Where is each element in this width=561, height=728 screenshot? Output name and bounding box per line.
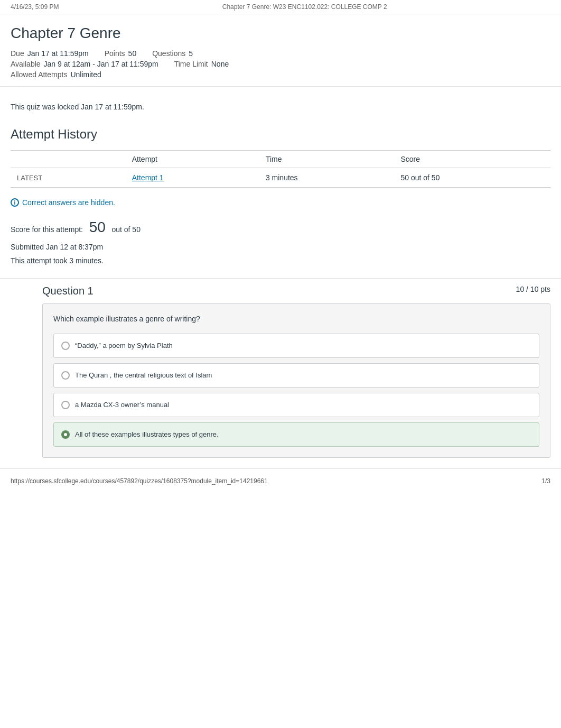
questions-value: 5 xyxy=(189,49,193,58)
answer-text: All of these examples illustrates types … xyxy=(75,430,219,438)
questions-info: Questions 5 xyxy=(152,49,193,58)
table-row: LATEST Attempt 1 3 minutes 50 out of 50 xyxy=(11,168,550,188)
attempt-score: 50 out of 50 xyxy=(394,168,550,188)
score-big-value: 50 xyxy=(89,219,106,235)
allowed-attempts-value: Unlimited xyxy=(70,70,101,79)
allowed-attempts-info: Allowed Attempts Unlimited xyxy=(11,70,101,79)
question-text: Which example illustrates a genre of wri… xyxy=(53,315,539,323)
score-label: Score for this attempt: xyxy=(11,225,83,234)
answer-text: “Daddy,” a poem by Sylvia Plath xyxy=(75,342,173,349)
time-limit-label: Time Limit xyxy=(174,60,208,68)
submitted-text: Submitted Jan 12 at 8:37pm xyxy=(11,241,550,254)
attempt-link[interactable]: Attempt 1 xyxy=(132,173,164,182)
answer-text: a Mazda CX-3 owner’s manual xyxy=(75,401,169,409)
available-info: Available Jan 9 at 12am - Jan 17 at 11:5… xyxy=(11,60,158,68)
points-value: 50 xyxy=(128,49,137,58)
quiz-info-row-1: Due Jan 17 at 11:59pm Points 50 Question… xyxy=(11,49,550,58)
answer-option-3[interactable]: a Mazda CX-3 owner’s manual xyxy=(53,393,539,417)
quiz-info: Due Jan 17 at 11:59pm Points 50 Question… xyxy=(11,49,550,79)
available-value: Jan 9 at 12am - Jan 17 at 11:59pm xyxy=(44,60,158,68)
footer-page: 1/3 xyxy=(541,477,550,485)
allowed-attempts-label: Allowed Attempts xyxy=(11,70,67,79)
latest-label: LATEST xyxy=(17,174,42,182)
attempt-time: 3 minutes xyxy=(259,168,395,188)
questions-container: Question 1 10 / 10 pts Which example ill… xyxy=(0,279,561,458)
radio-circle xyxy=(61,371,70,380)
answer-option-4[interactable]: All of these examples illustrates types … xyxy=(53,422,539,447)
attempt-table-header-row: Attempt Time Score xyxy=(11,151,550,168)
top-bar: 4/16/23, 5:09 PM Chapter 7 Genre: W23 EN… xyxy=(0,0,561,14)
score-suffix: out of 50 xyxy=(111,225,141,234)
due-info: Due Jan 17 at 11:59pm xyxy=(11,49,89,58)
radio-circle xyxy=(61,342,70,350)
title-section: Chapter 7 Genre Due Jan 17 at 11:59pm Po… xyxy=(0,14,561,87)
col-attempt: Attempt xyxy=(126,151,259,168)
due-label: Due xyxy=(11,49,24,58)
top-bar-date: 4/16/23, 5:09 PM xyxy=(11,3,59,11)
time-limit-info: Time Limit None xyxy=(174,60,229,68)
footer: https://courses.sfcollege.edu/courses/45… xyxy=(0,468,561,493)
locked-section: This quiz was locked Jan 17 at 11:59pm. xyxy=(0,87,561,116)
points-info: Points 50 xyxy=(105,49,137,58)
locked-message: This quiz was locked Jan 17 at 11:59pm. xyxy=(11,103,550,111)
attempt-history-section: Attempt History Attempt Time Score LATES… xyxy=(0,116,561,188)
quiz-info-row-3: Allowed Attempts Unlimited xyxy=(11,70,550,79)
score-for-attempt: Score for this attempt: 50 out of 50 xyxy=(11,214,550,241)
info-icon: i xyxy=(11,198,19,207)
attempt-history-heading: Attempt History xyxy=(11,127,550,142)
points-label: Points xyxy=(105,49,125,58)
page-title: Chapter 7 Genre xyxy=(11,25,550,42)
answer-option-1[interactable]: “Daddy,” a poem by Sylvia Plath xyxy=(53,334,539,358)
attempt-table: Attempt Time Score LATEST Attempt 1 3 mi… xyxy=(11,150,550,188)
col-empty xyxy=(11,151,126,168)
col-score: Score xyxy=(394,151,550,168)
quiz-info-row-2: Available Jan 9 at 12am - Jan 17 at 11:5… xyxy=(11,60,550,68)
answer-option-2[interactable]: The Quran , the central religious text o… xyxy=(53,363,539,388)
info-icon-row: i Correct answers are hidden. xyxy=(11,198,550,207)
duration-text: This attempt took 3 minutes. xyxy=(11,254,550,268)
question-title: Question 1 xyxy=(42,285,94,297)
top-bar-course: Chapter 7 Genre: W23 ENC1102.022: COLLEG… xyxy=(222,3,387,11)
score-detail-section: i Correct answers are hidden. Score for … xyxy=(0,188,561,279)
question-box-1: Which example illustrates a genre of wri… xyxy=(42,303,550,458)
score-meta: Score for this attempt: 50 out of 50 Sub… xyxy=(11,214,550,268)
available-label: Available xyxy=(11,60,41,68)
time-limit-value: None xyxy=(211,60,229,68)
radio-circle xyxy=(61,430,70,439)
footer-url: https://courses.sfcollege.edu/courses/45… xyxy=(11,477,268,485)
due-value: Jan 17 at 11:59pm xyxy=(27,49,89,58)
question-header-1: Question 1 10 / 10 pts xyxy=(42,279,550,303)
correct-answers-hidden: Correct answers are hidden. xyxy=(22,198,115,207)
questions-label: Questions xyxy=(152,49,185,58)
radio-circle xyxy=(61,401,70,409)
answer-text: The Quran , the central religious text o… xyxy=(75,371,212,379)
question-section-1: Question 1 10 / 10 pts Which example ill… xyxy=(42,279,550,458)
question-pts: 10 / 10 pts xyxy=(516,285,550,293)
col-time: Time xyxy=(259,151,395,168)
